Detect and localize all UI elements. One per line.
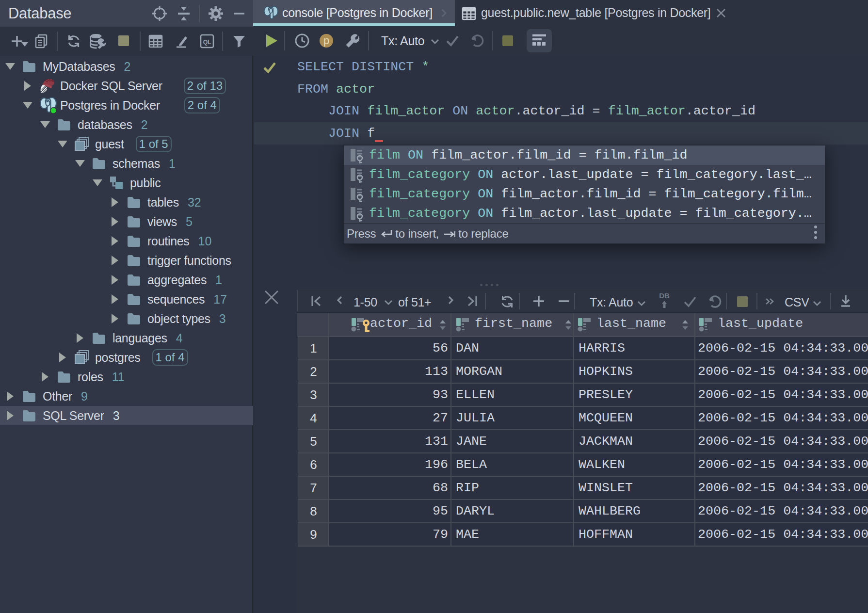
svg-text:DB: DB (659, 292, 670, 300)
svg-text:QL: QL (203, 39, 211, 46)
svg-text:p: p (323, 34, 329, 47)
